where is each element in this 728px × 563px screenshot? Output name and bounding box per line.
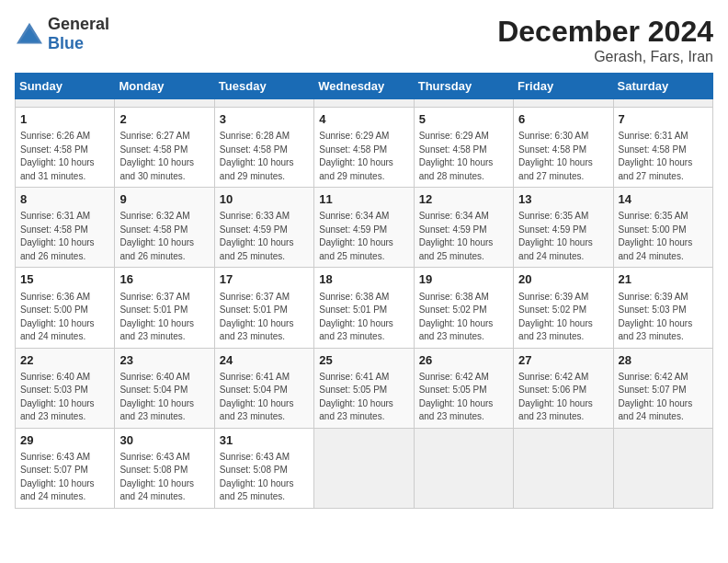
calendar-cell: [314, 99, 414, 108]
calendar-week-row: 1Sunrise: 6:26 AM Sunset: 4:58 PM Daylig…: [16, 108, 713, 188]
day-of-week-header: Monday: [115, 74, 214, 99]
calendar-cell: 3Sunrise: 6:28 AM Sunset: 4:58 PM Daylig…: [214, 108, 313, 188]
day-info: Sunrise: 6:38 AM Sunset: 5:01 PM Dayligh…: [319, 291, 408, 344]
day-number: 25: [319, 352, 408, 369]
page-header: General Blue December 2024 Gerash, Fars,…: [15, 15, 713, 65]
day-info: Sunrise: 6:32 AM Sunset: 4:58 PM Dayligh…: [119, 210, 209, 263]
calendar-table: SundayMondayTuesdayWednesdayThursdayFrid…: [15, 73, 713, 509]
day-number: 7: [619, 111, 708, 128]
calendar-cell: [314, 428, 414, 508]
day-info: Sunrise: 6:35 AM Sunset: 5:00 PM Dayligh…: [619, 210, 708, 263]
day-number: 2: [119, 111, 209, 128]
day-number: 26: [419, 352, 508, 369]
day-number: 24: [220, 352, 309, 369]
calendar-cell: 27Sunrise: 6:42 AM Sunset: 5:06 PM Dayli…: [514, 348, 613, 428]
calendar-cell: 28Sunrise: 6:42 AM Sunset: 5:07 PM Dayli…: [613, 348, 712, 428]
day-number: 23: [119, 352, 209, 369]
calendar-cell: [514, 428, 613, 508]
calendar-cell: 5Sunrise: 6:29 AM Sunset: 4:58 PM Daylig…: [414, 108, 513, 188]
location-title: Gerash, Fars, Iran: [497, 49, 713, 65]
day-number: 16: [119, 271, 209, 288]
day-info: Sunrise: 6:26 AM Sunset: 4:58 PM Dayligh…: [20, 130, 109, 183]
calendar-cell: 12Sunrise: 6:34 AM Sunset: 4:59 PM Dayli…: [414, 188, 513, 268]
title-block: December 2024 Gerash, Fars, Iran: [497, 15, 713, 65]
day-number: 14: [619, 191, 708, 208]
calendar-cell: [16, 99, 115, 108]
day-info: Sunrise: 6:39 AM Sunset: 5:02 PM Dayligh…: [518, 291, 608, 344]
day-number: 11: [319, 191, 408, 208]
day-number: 27: [518, 352, 608, 369]
day-info: Sunrise: 6:29 AM Sunset: 4:58 PM Dayligh…: [419, 130, 508, 183]
day-info: Sunrise: 6:42 AM Sunset: 5:05 PM Dayligh…: [419, 371, 508, 424]
day-info: Sunrise: 6:33 AM Sunset: 4:59 PM Dayligh…: [220, 210, 309, 263]
day-number: 8: [20, 191, 109, 208]
day-of-week-header: Saturday: [613, 74, 712, 99]
day-number: 17: [220, 271, 309, 288]
logo-icon: [15, 21, 44, 47]
day-info: Sunrise: 6:42 AM Sunset: 5:07 PM Dayligh…: [619, 371, 708, 424]
calendar-cell: 18Sunrise: 6:38 AM Sunset: 5:01 PM Dayli…: [314, 268, 414, 348]
calendar-week-row: 22Sunrise: 6:40 AM Sunset: 5:03 PM Dayli…: [16, 348, 713, 428]
day-info: Sunrise: 6:28 AM Sunset: 4:58 PM Dayligh…: [220, 130, 309, 183]
calendar-week-row: 8Sunrise: 6:31 AM Sunset: 4:58 PM Daylig…: [16, 188, 713, 268]
calendar-cell: [514, 99, 613, 108]
calendar-cell: 15Sunrise: 6:36 AM Sunset: 5:00 PM Dayli…: [16, 268, 115, 348]
calendar-cell: 10Sunrise: 6:33 AM Sunset: 4:59 PM Dayli…: [214, 188, 313, 268]
day-info: Sunrise: 6:36 AM Sunset: 5:00 PM Dayligh…: [20, 291, 109, 344]
calendar-cell: 7Sunrise: 6:31 AM Sunset: 4:58 PM Daylig…: [613, 108, 712, 188]
calendar-cell: [214, 99, 313, 108]
day-info: Sunrise: 6:34 AM Sunset: 4:59 PM Dayligh…: [319, 210, 408, 263]
calendar-header-row: SundayMondayTuesdayWednesdayThursdayFrid…: [16, 74, 713, 99]
calendar-week-row: 15Sunrise: 6:36 AM Sunset: 5:00 PM Dayli…: [16, 268, 713, 348]
day-info: Sunrise: 6:41 AM Sunset: 5:05 PM Dayligh…: [319, 371, 408, 424]
day-number: 5: [419, 111, 508, 128]
calendar-cell: [115, 99, 214, 108]
calendar-cell: 16Sunrise: 6:37 AM Sunset: 5:01 PM Dayli…: [115, 268, 214, 348]
day-number: 10: [220, 191, 309, 208]
day-number: 3: [220, 111, 309, 128]
day-info: Sunrise: 6:40 AM Sunset: 5:03 PM Dayligh…: [20, 371, 109, 424]
day-number: 6: [518, 111, 608, 128]
calendar-cell: 29Sunrise: 6:43 AM Sunset: 5:07 PM Dayli…: [16, 428, 115, 508]
logo-text-general: General: [48, 15, 109, 33]
calendar-cell: 24Sunrise: 6:41 AM Sunset: 5:04 PM Dayli…: [214, 348, 313, 428]
day-number: 13: [518, 191, 608, 208]
calendar-cell: 1Sunrise: 6:26 AM Sunset: 4:58 PM Daylig…: [16, 108, 115, 188]
calendar-week-row: 29Sunrise: 6:43 AM Sunset: 5:07 PM Dayli…: [16, 428, 713, 508]
day-info: Sunrise: 6:34 AM Sunset: 4:59 PM Dayligh…: [419, 210, 508, 263]
calendar-cell: [414, 428, 513, 508]
day-info: Sunrise: 6:43 AM Sunset: 5:08 PM Dayligh…: [220, 451, 309, 504]
day-info: Sunrise: 6:27 AM Sunset: 4:58 PM Dayligh…: [119, 130, 209, 183]
calendar-cell: 8Sunrise: 6:31 AM Sunset: 4:58 PM Daylig…: [16, 188, 115, 268]
calendar-cell: 4Sunrise: 6:29 AM Sunset: 4:58 PM Daylig…: [314, 108, 414, 188]
calendar-cell: 23Sunrise: 6:40 AM Sunset: 5:04 PM Dayli…: [115, 348, 214, 428]
calendar-cell: 26Sunrise: 6:42 AM Sunset: 5:05 PM Dayli…: [414, 348, 513, 428]
calendar-cell: 9Sunrise: 6:32 AM Sunset: 4:58 PM Daylig…: [115, 188, 214, 268]
day-info: Sunrise: 6:42 AM Sunset: 5:06 PM Dayligh…: [518, 371, 608, 424]
day-number: 22: [20, 352, 109, 369]
calendar-cell: 25Sunrise: 6:41 AM Sunset: 5:05 PM Dayli…: [314, 348, 414, 428]
day-info: Sunrise: 6:40 AM Sunset: 5:04 PM Dayligh…: [119, 371, 209, 424]
day-info: Sunrise: 6:31 AM Sunset: 4:58 PM Dayligh…: [20, 210, 109, 263]
calendar-cell: 6Sunrise: 6:30 AM Sunset: 4:58 PM Daylig…: [514, 108, 613, 188]
day-of-week-header: Tuesday: [214, 74, 313, 99]
calendar-week-row: [16, 99, 713, 108]
day-number: 29: [20, 432, 109, 449]
day-info: Sunrise: 6:39 AM Sunset: 5:03 PM Dayligh…: [619, 291, 708, 344]
day-of-week-header: Thursday: [414, 74, 513, 99]
day-info: Sunrise: 6:31 AM Sunset: 4:58 PM Dayligh…: [619, 130, 708, 183]
calendar-cell: 14Sunrise: 6:35 AM Sunset: 5:00 PM Dayli…: [613, 188, 712, 268]
calendar-cell: [414, 99, 513, 108]
day-of-week-header: Sunday: [16, 74, 115, 99]
calendar-cell: 22Sunrise: 6:40 AM Sunset: 5:03 PM Dayli…: [16, 348, 115, 428]
calendar-cell: 2Sunrise: 6:27 AM Sunset: 4:58 PM Daylig…: [115, 108, 214, 188]
logo-text-blue: Blue: [48, 34, 84, 52]
day-number: 28: [619, 352, 708, 369]
day-info: Sunrise: 6:30 AM Sunset: 4:58 PM Dayligh…: [518, 130, 608, 183]
day-number: 20: [518, 271, 608, 288]
day-info: Sunrise: 6:29 AM Sunset: 4:58 PM Dayligh…: [319, 130, 408, 183]
calendar-cell: 17Sunrise: 6:37 AM Sunset: 5:01 PM Dayli…: [214, 268, 313, 348]
day-number: 31: [220, 432, 309, 449]
day-info: Sunrise: 6:35 AM Sunset: 4:59 PM Dayligh…: [518, 210, 608, 263]
logo: General Blue: [15, 15, 109, 53]
